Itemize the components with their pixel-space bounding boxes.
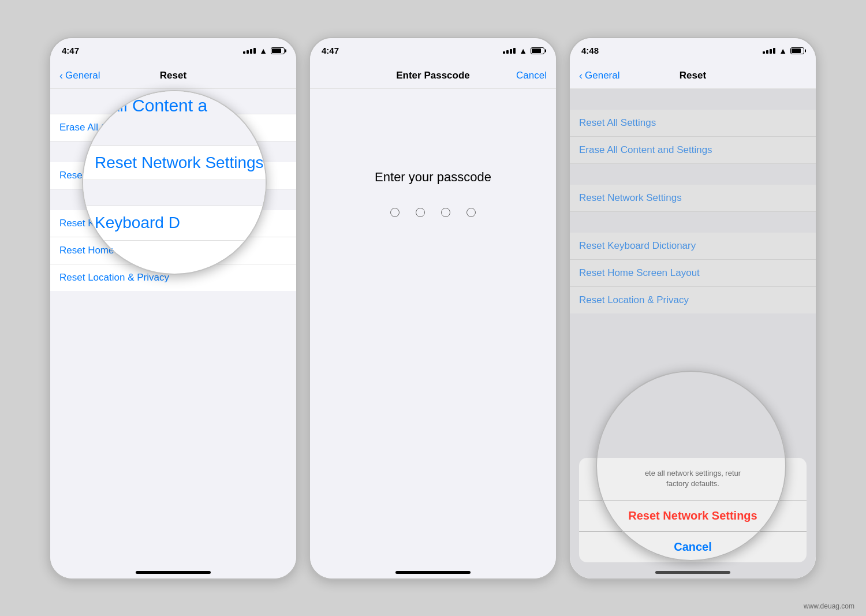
signal-icon [243,48,256,54]
nav-bar-1: ‹ General Reset [50,64,296,89]
time-2: 4:47 [322,46,339,55]
status-bar-2: 4:47 ▲ [310,38,556,64]
cancel-nav-button[interactable]: Cancel [516,70,547,81]
zoom-circle-1: e All Content a Reset Network Settings K… [82,90,267,275]
status-icons-2: ▲ [503,46,544,55]
passcode-dot-2 [416,208,425,217]
wifi-icon-3: ▲ [779,46,787,55]
alert-message-text: ete all network settings, returfactory d… [645,469,741,488]
nav-title-2: Enter Passcode [396,70,470,81]
alert-cancel-button[interactable]: Cancel [579,532,807,562]
alert-dialog: ete all network settings, returfactory d… [570,458,816,566]
wifi-icon-2: ▲ [519,46,527,55]
battery-icon-3 [790,47,804,54]
iphone-screen1: 4:47 ▲ ‹ General Reset [49,37,297,580]
alert-message: ete all network settings, returfactory d… [579,458,807,500]
time-1: 4:47 [62,46,79,55]
chevron-left-icon: ‹ [59,70,63,82]
status-icons-3: ▲ [763,46,804,55]
passcode-dot-3 [441,208,450,217]
passcode-dot-1 [390,208,400,217]
passcode-dots-row [390,208,476,217]
back-label-1: General [65,70,100,81]
battery-icon-2 [531,47,544,54]
status-bar-3: 4:48 ▲ [570,38,816,64]
back-label-3: General [585,70,619,81]
nav-bar-2: Enter Passcode Cancel [310,64,556,89]
nav-title-3: Reset [680,70,706,81]
status-icons-1: ▲ [243,46,285,55]
chevron-left-icon-3: ‹ [579,70,583,82]
passcode-prompt: Enter your passcode [375,170,491,185]
wifi-icon: ▲ [259,46,267,55]
iphone-screen3: 4:48 ▲ ‹ General Reset [569,37,817,580]
confirm-reset-label: Reset Network Settings [628,509,757,522]
signal-icon-2 [503,48,516,54]
passcode-content: Enter your passcode [310,89,556,578]
battery-icon [271,47,285,54]
iphone-screen2: 4:47 ▲ Enter Passcode Cancel [309,37,557,580]
nav-title-1: Reset [160,70,186,81]
nav-bar-3: ‹ General Reset [570,64,816,89]
confirm-reset-button[interactable]: Reset Network Settings [579,501,807,532]
passcode-dot-4 [466,208,476,217]
settings-body-3: Reset All Settings Erase All Content and… [570,89,816,578]
alert-box: ete all network settings, returfactory d… [579,458,807,562]
alert-cancel-label: Cancel [674,540,712,553]
watermark: www.deuag.com [804,602,854,610]
back-button-3[interactable]: ‹ General [579,70,619,82]
back-button-1[interactable]: ‹ General [59,70,100,82]
time-3: 4:48 [581,46,599,55]
home-indicator-1 [136,571,211,574]
signal-icon-3 [763,48,775,54]
status-bar-1: 4:47 ▲ [50,38,296,64]
home-indicator-2 [395,571,471,574]
